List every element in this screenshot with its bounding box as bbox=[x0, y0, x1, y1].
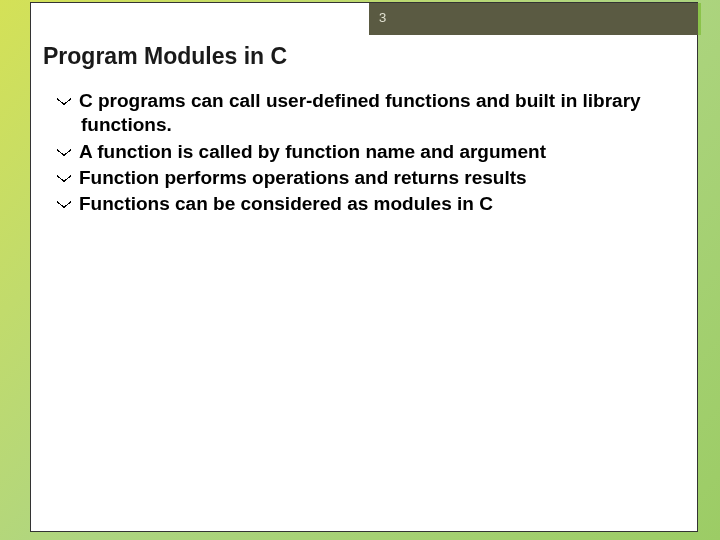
bullet-item: C programs can call user-defined functio… bbox=[57, 89, 677, 138]
slide-content: C programs can call user-defined functio… bbox=[57, 89, 677, 219]
bullet-item: Functions can be considered as modules i… bbox=[57, 192, 677, 216]
page-number: 3 bbox=[379, 10, 386, 25]
bullet-item: A function is called by function name an… bbox=[57, 140, 677, 164]
slide-card: 3 Program Modules in C C programs can ca… bbox=[30, 2, 698, 532]
slide-title: Program Modules in C bbox=[43, 43, 287, 70]
bullet-item: Function performs operations and returns… bbox=[57, 166, 677, 190]
page-number-box: 3 bbox=[369, 3, 701, 35]
